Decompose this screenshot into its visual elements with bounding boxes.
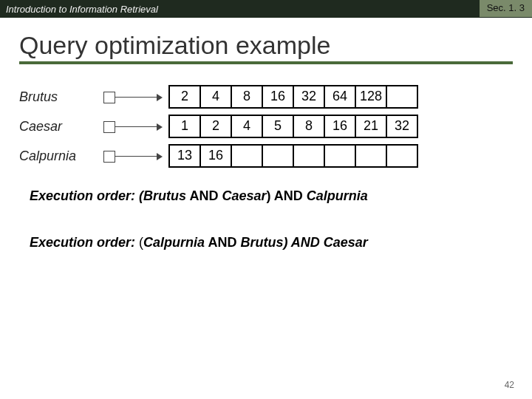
posting-cell: 2 [200,115,232,138]
posting-cell [386,144,418,168]
posting-cell [262,144,294,168]
posting-cell: 4 [231,115,263,138]
posting-cell [386,85,418,109]
posting-cell: 21 [355,115,387,138]
postings-list: 2 4 8 16 32 64 128 [168,85,418,109]
posting-cell: 2 [168,85,201,109]
term-label: Caesar [19,119,100,134]
postings-list: 13 16 [168,144,418,168]
posting-cell: 8 [293,115,325,138]
page-number: 42 [505,380,514,390]
posting-cell: 64 [324,85,356,109]
arrow-icon [100,86,168,107]
execution-order-1: Execution order: (Brutus AND Caesar) AND… [30,188,502,204]
posting-cell [355,144,387,168]
postings-row: Brutus 2 4 8 16 32 64 128 [19,82,513,112]
posting-cell: 128 [355,85,387,109]
posting-cell: 8 [231,85,263,109]
slide-title: Query optimization example [19,31,513,60]
posting-cell: 5 [262,115,294,138]
posting-cell: 32 [293,85,325,109]
execution-order-2: Execution order: (Calpurnia AND Brutus) … [30,235,502,250]
arrow-icon [100,116,168,137]
posting-cell [324,144,356,168]
title-rule [19,61,513,64]
term-label: Brutus [19,89,100,105]
posting-cell [231,144,263,168]
postings-list: 1 2 4 5 8 16 21 32 [168,115,418,138]
term-label: Calpurnia [19,149,100,164]
course-title: Introduction to Information Retrieval [6,4,158,15]
posting-cell: 16 [262,85,294,109]
posting-cell: 4 [200,85,232,109]
slide-header: Introduction to Information Retrieval Se… [0,0,532,18]
execution-orders: Execution order: (Brutus AND Caesar) AND… [0,171,532,250]
postings-row: Caesar 1 2 4 5 8 16 21 32 [19,112,513,141]
posting-cell: 16 [324,115,356,138]
posting-cell: 13 [168,144,201,168]
posting-cell: 16 [200,144,232,168]
posting-cell: 1 [168,115,201,138]
posting-cell: 32 [386,115,418,138]
postings-row: Calpurnia 13 16 [19,141,513,171]
postings-area: Brutus 2 4 8 16 32 64 128 Caesar 1 2 4 5… [0,67,532,171]
section-badge: Sec. 1. 3 [480,0,532,17]
arrow-icon [100,146,168,166]
posting-cell [293,144,325,168]
title-block: Query optimization example [0,18,532,67]
